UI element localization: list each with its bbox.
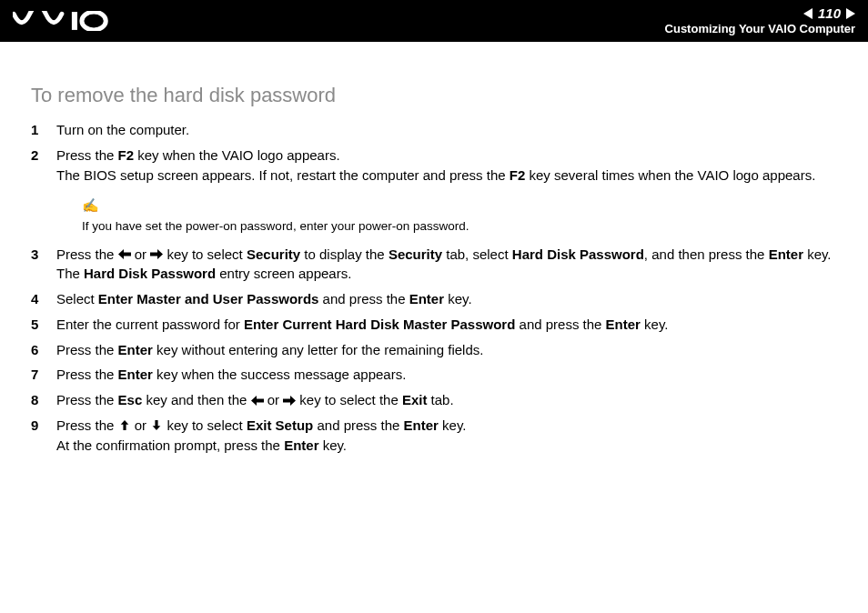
step-7: Press the Enter key when the success mes… bbox=[31, 365, 846, 385]
arrow-right-icon bbox=[283, 396, 296, 406]
step-6: Press the Enter key without entering any… bbox=[31, 340, 846, 360]
note-icon: ✍ bbox=[82, 196, 846, 216]
step-5: Enter the current password for Enter Cur… bbox=[31, 315, 846, 335]
page-navigator: 110 bbox=[665, 5, 855, 23]
arrow-down-icon bbox=[150, 420, 163, 430]
step-4: Select Enter Master and User Passwords a… bbox=[31, 289, 846, 309]
section-title: Customizing Your VAIO Computer bbox=[665, 22, 855, 36]
page-content: To remove the hard disk password Turn on… bbox=[0, 42, 868, 455]
svg-rect-0 bbox=[72, 12, 77, 30]
step-8: Press the Esc key and then the or key to… bbox=[31, 390, 846, 410]
arrow-up-icon bbox=[118, 420, 131, 430]
next-page-icon[interactable] bbox=[846, 8, 855, 19]
step-9: Press the or key to select Exit Setup an… bbox=[31, 416, 846, 456]
page-number: 110 bbox=[818, 5, 841, 23]
arrow-left-icon bbox=[251, 396, 264, 406]
prev-page-icon[interactable] bbox=[803, 8, 812, 19]
step-2: Press the F2 key when the VAIO logo appe… bbox=[31, 146, 846, 236]
steps-list: Turn on the computer. Press the F2 key w… bbox=[31, 120, 846, 455]
page-title: To remove the hard disk password bbox=[31, 84, 846, 107]
arrow-right-icon bbox=[150, 249, 163, 259]
vaio-logo bbox=[13, 0, 113, 42]
step-3: Press the or key to select Security to d… bbox=[31, 245, 846, 285]
note: ✍ If you have set the power-on password,… bbox=[82, 196, 846, 235]
svg-point-1 bbox=[82, 12, 106, 30]
step-1: Turn on the computer. bbox=[31, 120, 846, 140]
note-text: If you have set the power-on password, e… bbox=[82, 219, 469, 233]
arrow-left-icon bbox=[118, 249, 131, 259]
header-bar: 110 Customizing Your VAIO Computer bbox=[0, 0, 868, 42]
header-right: 110 Customizing Your VAIO Computer bbox=[665, 5, 855, 37]
